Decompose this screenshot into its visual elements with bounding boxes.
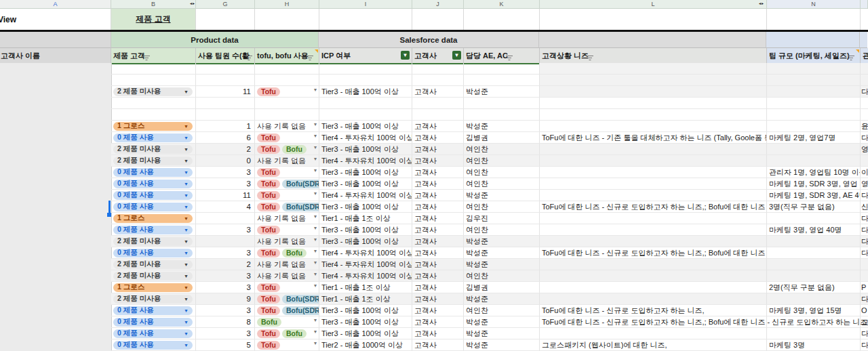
product-status-dropdown[interactable]: 0 제품 사용▼ xyxy=(113,306,193,315)
col-letter-j[interactable]: J xyxy=(412,0,464,9)
chevron-down-icon[interactable]: ▾ xyxy=(314,87,317,93)
cell-n-r3[interactable] xyxy=(767,98,861,109)
cell-g-r17[interactable]: 2 xyxy=(196,259,255,270)
cell-i-r13[interactable]: Tier1 - 매출 1조 이상 xyxy=(319,213,412,224)
cell-o-r6[interactable]: 다 xyxy=(861,132,868,144)
product-status-dropdown[interactable]: 0 제품 사용▼ xyxy=(113,168,193,177)
cell-a1[interactable]: View xyxy=(0,9,111,30)
cell-n-r7[interactable] xyxy=(767,144,861,155)
cell-i1[interactable] xyxy=(319,9,412,30)
product-status-dropdown[interactable]: 0 제품 사용▼ xyxy=(113,191,193,200)
cell-l-r6[interactable]: ToFu에 대한 니즈 - 기존 툴을 대체하고자 하는 니즈 (Tally, … xyxy=(540,132,767,144)
cell-i-r6[interactable]: Tier4 - 투자유치 100억 이상 xyxy=(319,132,412,144)
chevron-down-icon[interactable]: ▾ xyxy=(314,329,317,335)
cell-h-r0[interactable] xyxy=(255,63,319,75)
cell-k-r1[interactable] xyxy=(464,75,540,86)
cell-b-r20[interactable]: 2 제품 미사용▼ xyxy=(111,293,196,305)
cell-h-r11[interactable]: Tofu▾ xyxy=(255,190,319,201)
cell-g-r4[interactable] xyxy=(196,109,255,121)
cell-g-r7[interactable]: 2 xyxy=(196,144,255,155)
cell-k-r8[interactable]: 여인찬 xyxy=(464,155,540,167)
product-status-dropdown[interactable]: 0 제품 사용▼ xyxy=(113,203,193,211)
cell-i-r4[interactable] xyxy=(319,109,412,121)
cell-i-r17[interactable]: Tier4 - 투자유치 100억 이상 xyxy=(319,259,412,270)
cell-g-r13[interactable] xyxy=(196,213,255,224)
cell-o-r2[interactable]: 다 xyxy=(861,86,868,98)
cell-j-r21[interactable]: 고객사 xyxy=(412,305,464,316)
product-status-dropdown[interactable]: 2 제품 미사용▼ xyxy=(113,157,193,165)
col-letter-g[interactable]: G xyxy=(196,0,255,9)
cell-b-r4[interactable] xyxy=(111,109,196,121)
chevron-down-icon[interactable]: ▾ xyxy=(314,179,317,185)
cell-b-r16[interactable]: 0 제품 사용▼ xyxy=(111,247,196,259)
cell-b-r1[interactable] xyxy=(111,75,196,86)
cell-j-r5[interactable]: 고객사 xyxy=(412,121,464,132)
cell-l-r0[interactable] xyxy=(540,63,767,75)
usage-chip[interactable]: Bofu xyxy=(282,249,307,257)
cell-g-r2[interactable]: 11 xyxy=(196,86,255,98)
cell-l-r24[interactable]: 그로스패키지 (웹사이트)에 대한 니즈, xyxy=(540,339,767,351)
usage-chip[interactable]: Tofu xyxy=(257,133,280,142)
cell-b-r15[interactable]: 2 제품 미사용▼ xyxy=(111,236,196,247)
hidden-columns-arrows-icon[interactable]: ◂▸ xyxy=(759,1,764,8)
cell-o-r18[interactable] xyxy=(861,270,868,282)
cell-o-r9[interactable]: 이 xyxy=(861,167,868,178)
chevron-down-icon[interactable]: ▾ xyxy=(314,306,317,312)
cell-j-r6[interactable]: 고객사 xyxy=(412,132,464,144)
cell-n-r14[interactable]: 마케팅 3명, 영업 40명 xyxy=(767,224,861,236)
cell-l-r18[interactable] xyxy=(540,270,767,282)
cell-i-r19[interactable]: Tier1 - 매출 1조 이상 xyxy=(319,282,412,293)
band-salesforce-data[interactable]: Salesforce data xyxy=(319,32,539,48)
header-customer-name[interactable]: 고객사 이름 xyxy=(0,48,111,63)
cell-l-r20[interactable] xyxy=(540,293,767,305)
filter-icon[interactable] xyxy=(307,56,313,61)
cell-g-r1[interactable] xyxy=(196,75,255,86)
cell-o-r24[interactable]: 다 xyxy=(861,339,868,351)
cell-i-r0[interactable] xyxy=(319,63,412,75)
usage-chip[interactable]: Tofu xyxy=(257,341,280,350)
cell-k-r4[interactable] xyxy=(464,109,540,121)
cell-i-r12[interactable]: Tier3 - 매출 100억 이상 xyxy=(319,201,412,213)
cell-j-r4[interactable] xyxy=(412,109,464,121)
product-status-dropdown[interactable]: 2 제품 미사용▼ xyxy=(113,272,193,281)
cell-i-r15[interactable]: Tier3 - 매출 100억 이상 xyxy=(319,236,412,247)
usage-chip[interactable]: Bofu xyxy=(282,145,307,154)
cell-g-r20[interactable]: 9 xyxy=(196,293,255,305)
cell-l-r22[interactable]: ToFu에 대한 니즈 - 신규로 도입하고자 하는 니즈,; Bofu에 대한… xyxy=(540,316,767,328)
product-status-dropdown[interactable]: 0 제품 사용▼ xyxy=(113,133,193,142)
cell-g-r15[interactable] xyxy=(196,236,255,247)
cell-h-r14[interactable]: Tofu▾ xyxy=(255,224,319,236)
col-letter-b[interactable]: B xyxy=(111,0,196,9)
chevron-down-icon[interactable]: ▾ xyxy=(314,213,317,220)
usage-chip[interactable]: Tofu xyxy=(257,283,280,292)
cell-g-r23[interactable]: 3 xyxy=(196,328,255,339)
cell-b-r6[interactable]: 0 제품 사용▼ xyxy=(111,132,196,144)
filter-icon[interactable] xyxy=(506,56,513,61)
cell-h-r15[interactable]: 사용 기록 없음▾ xyxy=(255,236,319,247)
cell-j-r19[interactable]: 고객사 xyxy=(412,282,464,293)
usage-chip[interactable]: Tofu xyxy=(257,329,280,338)
header-icp-status[interactable]: ICP 여부▼ xyxy=(319,48,412,63)
cell-k-r19[interactable]: 김병권 xyxy=(464,282,540,293)
cell-i-r11[interactable]: Tier4 - 투자유치 100억 이상 xyxy=(319,190,412,201)
chevron-down-icon[interactable]: ▾ xyxy=(314,225,317,231)
cell-j-r0[interactable] xyxy=(412,63,464,75)
cell-g-r5[interactable]: 1 xyxy=(196,121,255,132)
col-letter-a[interactable]: A xyxy=(0,0,111,9)
cell-g-r22[interactable]: 8 xyxy=(196,316,255,328)
cell-o-r5[interactable]: 윤 xyxy=(861,121,868,132)
cell-n-r24[interactable]: 마케팅 3명 xyxy=(767,339,861,351)
cell-l-r14[interactable] xyxy=(540,224,767,236)
cell-o-r15[interactable]: 다 xyxy=(861,236,868,247)
cell-b-r17[interactable]: 2 제품 미사용▼ xyxy=(111,259,196,270)
product-status-dropdown[interactable]: 0 제품 사용▼ xyxy=(113,180,193,188)
chevron-down-icon[interactable]: ▾ xyxy=(314,190,317,197)
col-letter-next[interactable] xyxy=(861,0,868,9)
chevron-down-icon[interactable]: ▾ xyxy=(314,167,317,173)
cell-l-r17[interactable] xyxy=(540,259,767,270)
product-status-dropdown[interactable]: 1 그로스▼ xyxy=(113,214,193,223)
product-status-dropdown[interactable]: 0 제품 사용▼ xyxy=(113,226,193,234)
cell-l-r21[interactable]: ToFu에 대한 니즈 - 신규로 도입하고자 하는 니즈, xyxy=(540,305,767,316)
cell-b-r2[interactable]: 2 제품 미사용▼ xyxy=(111,86,196,98)
cell-j-r13[interactable]: 고객사 xyxy=(412,213,464,224)
